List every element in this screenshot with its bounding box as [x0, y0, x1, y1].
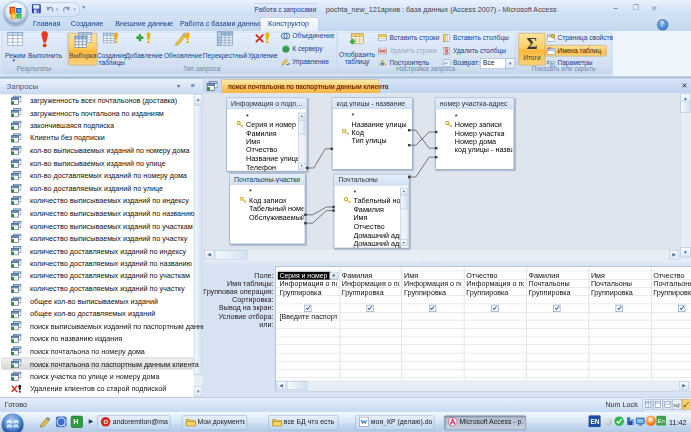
- svg-text:↩: ↩: [444, 60, 448, 66]
- svg-text:▾: ▾: [73, 7, 76, 12]
- svg-text:sql: sql: [674, 403, 680, 408]
- svg-text:▾: ▾: [56, 7, 59, 12]
- svg-text:d: d: [547, 60, 550, 65]
- svg-text:h: h: [551, 62, 554, 67]
- svg-text:W: W: [361, 419, 368, 426]
